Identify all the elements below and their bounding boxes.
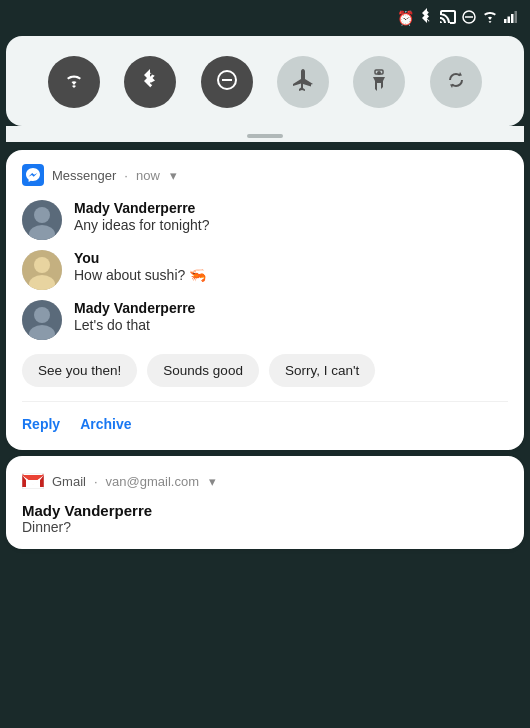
wifi-icon [482, 10, 498, 26]
messenger-notif-time: · [124, 168, 128, 183]
bluetooth-toggle[interactable] [124, 56, 176, 108]
gmail-header: Gmail · van@gmail.com ▾ [22, 470, 508, 492]
wifi-qs-icon [63, 71, 85, 94]
message-content-2: You How about sushi? 🦐 [74, 250, 508, 283]
quick-settings-panel [6, 36, 524, 126]
svg-rect-7 [222, 79, 232, 81]
flashlight-toggle[interactable] [353, 56, 405, 108]
messenger-notif-time-value: now [136, 168, 160, 183]
signal-icon [504, 10, 518, 26]
quick-reply-sounds-good[interactable]: Sounds good [147, 354, 259, 387]
quick-reply-sorry[interactable]: Sorry, I can't [269, 354, 375, 387]
gmail-app-name: Gmail [52, 474, 86, 489]
alarm-icon: ⏰ [397, 10, 414, 26]
bluetooth-status-icon [420, 8, 434, 29]
message-sender-1: Mady Vanderperre [74, 200, 508, 216]
gmail-chevron-icon: ▾ [209, 474, 216, 489]
airplane-toggle[interactable] [277, 56, 329, 108]
svg-point-10 [34, 207, 50, 223]
messenger-app-icon [22, 164, 44, 186]
message-text-3: Let's do that [74, 317, 508, 333]
message-row-3: Mady Vanderperre Let's do that [22, 300, 508, 340]
rotate-toggle[interactable] [430, 56, 482, 108]
reply-button[interactable]: Reply [22, 412, 80, 436]
message-text-2: How about sushi? 🦐 [74, 267, 508, 283]
message-content-1: Mady Vanderperre Any ideas for tonight? [74, 200, 508, 233]
avatar-mady-2 [22, 300, 62, 340]
dnd-qs-icon [217, 70, 237, 95]
rotate-qs-icon [445, 69, 467, 96]
airplane-qs-icon [292, 69, 314, 96]
flashlight-qs-icon [371, 69, 387, 96]
cast-icon [440, 10, 456, 27]
avatar-you [22, 250, 62, 290]
gmail-separator: · [94, 474, 98, 489]
messenger-notification: Messenger · now ▾ Mady Vanderperre Any i… [6, 150, 524, 450]
notif-header: Messenger · now ▾ [22, 164, 508, 186]
archive-button[interactable]: Archive [80, 412, 151, 436]
messenger-app-name: Messenger [52, 168, 116, 183]
bluetooth-qs-icon [142, 69, 158, 96]
dnd-toggle[interactable] [201, 56, 253, 108]
svg-rect-4 [511, 14, 514, 23]
notif-actions: Reply Archive [22, 401, 508, 436]
svg-rect-3 [508, 17, 511, 24]
svg-rect-5 [515, 11, 518, 23]
message-sender-3: Mady Vanderperre [74, 300, 508, 316]
message-text-1: Any ideas for tonight? [74, 217, 508, 233]
status-bar: ⏰ [0, 0, 530, 36]
gmail-app-icon [22, 470, 44, 492]
svg-rect-2 [504, 19, 507, 23]
gmail-account: van@gmail.com [106, 474, 199, 489]
gmail-notification: Gmail · van@gmail.com ▾ Mady Vanderperre… [6, 456, 524, 549]
message-row-2: You How about sushi? 🦐 [22, 250, 508, 290]
avatar-mady-1 [22, 200, 62, 240]
chevron-down-icon: ▾ [170, 168, 177, 183]
svg-point-16 [34, 307, 50, 323]
message-content-3: Mady Vanderperre Let's do that [74, 300, 508, 333]
message-sender-2: You [74, 250, 508, 266]
quick-replies: See you then! Sounds good Sorry, I can't [22, 354, 508, 387]
message-row-1: Mady Vanderperre Any ideas for tonight? [22, 200, 508, 240]
gmail-sender: Mady Vanderperre [22, 502, 508, 519]
gmail-subject: Dinner? [22, 519, 508, 535]
dnd-icon [462, 10, 476, 27]
wifi-toggle[interactable] [48, 56, 100, 108]
svg-point-13 [34, 257, 50, 273]
quick-reply-see-you[interactable]: See you then! [22, 354, 137, 387]
drag-handle [6, 126, 524, 142]
